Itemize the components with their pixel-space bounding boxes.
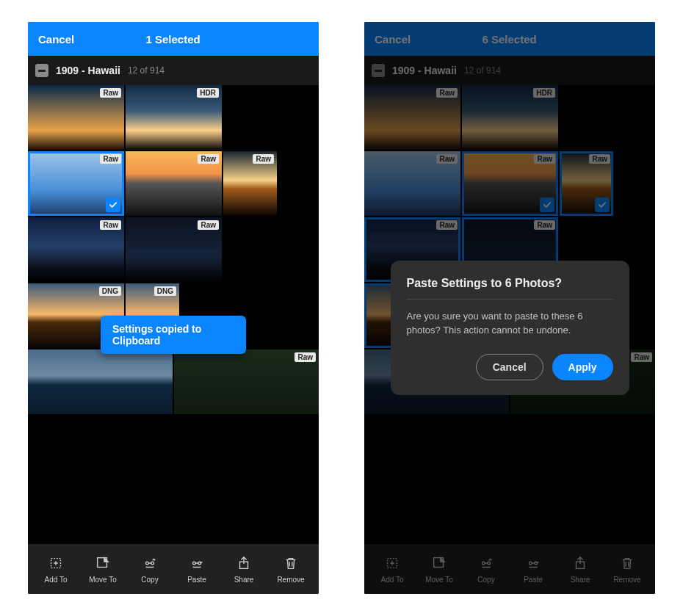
photo-thumbnail[interactable] xyxy=(28,349,173,414)
photo-thumbnail[interactable]: Raw xyxy=(174,349,319,414)
tool-label: Copy xyxy=(141,576,158,584)
svg-point-4 xyxy=(193,562,196,565)
dialog-title: Paste Settings to 6 Photos? xyxy=(407,277,613,290)
format-badge: Raw xyxy=(100,220,121,230)
photo-thumbnail[interactable]: HDR xyxy=(126,85,222,150)
format-badge: Raw xyxy=(198,220,219,230)
phone-left: Cancel 1 Selected 1909 - Hawaii 12 of 91… xyxy=(28,22,319,594)
tool-label: Move To xyxy=(89,576,117,584)
photo-thumbnail[interactable]: Raw xyxy=(28,85,124,150)
format-badge: Raw xyxy=(100,88,121,98)
photo-thumbnail[interactable]: Raw xyxy=(28,217,124,282)
format-badge: Raw xyxy=(294,352,316,362)
moveto-button[interactable]: Move To xyxy=(82,555,124,584)
album-count: 12 of 914 xyxy=(128,65,165,76)
dialog-cancel-button[interactable]: Cancel xyxy=(476,354,543,380)
selection-header: Cancel 1 Selected xyxy=(28,22,319,56)
modal-overlay: Paste Settings to 6 Photos? Are you sure… xyxy=(364,22,655,594)
remove-button[interactable]: Remove xyxy=(270,555,312,584)
format-badge: DNG xyxy=(154,286,176,296)
clipboard-toast: Settings copied to Clipboard xyxy=(101,316,246,354)
share-icon xyxy=(236,555,252,573)
format-badge: Raw xyxy=(198,154,219,164)
selection-check-icon xyxy=(106,198,120,212)
photo-thumbnail[interactable]: Raw xyxy=(28,151,124,216)
svg-point-2 xyxy=(146,562,149,565)
bottom-toolbar: Add ToMove ToCopyPasteShareRemove xyxy=(28,544,319,594)
photo-grid: RawHDRRawRawRawRawRawDNGDNGRaw xyxy=(28,85,319,544)
photo-thumbnail[interactable]: Raw xyxy=(223,151,277,216)
format-badge: Raw xyxy=(100,154,121,164)
photo-thumbnail[interactable]: Raw xyxy=(126,151,222,216)
dialog-body: Are you sure you want to paste to these … xyxy=(407,310,613,338)
tool-label: Add To xyxy=(45,576,68,584)
svg-point-3 xyxy=(151,562,154,565)
tool-label: Remove xyxy=(277,576,304,584)
tool-label: Share xyxy=(234,576,254,584)
paste-button[interactable]: Paste xyxy=(176,555,218,584)
paste-settings-dialog: Paste Settings to 6 Photos? Are you sure… xyxy=(391,261,629,395)
addto-button[interactable]: Add To xyxy=(35,555,77,584)
remove-icon xyxy=(283,555,299,573)
addto-icon xyxy=(48,555,64,573)
photo-thumbnail[interactable]: Raw xyxy=(126,217,222,282)
share-button[interactable]: Share xyxy=(223,555,265,584)
cancel-button[interactable]: Cancel xyxy=(38,33,74,46)
album-checkbox-icon[interactable] xyxy=(35,64,48,77)
dialog-apply-button[interactable]: Apply xyxy=(552,354,613,380)
album-name: 1909 - Hawaii xyxy=(56,65,120,76)
selection-count: 1 Selected xyxy=(74,33,272,46)
tool-label: Paste xyxy=(187,576,206,584)
paste-icon xyxy=(189,555,205,573)
format-badge: HDR xyxy=(197,88,219,98)
moveto-icon xyxy=(95,555,111,573)
format-badge: Raw xyxy=(253,154,274,164)
phone-right: Cancel 6 Selected 1909 - Hawaii 12 of 91… xyxy=(364,22,655,594)
copy-button[interactable]: Copy xyxy=(129,555,171,584)
format-badge: DNG xyxy=(99,286,121,296)
copy-icon xyxy=(142,555,158,573)
album-header[interactable]: 1909 - Hawaii 12 of 914 xyxy=(28,56,319,85)
